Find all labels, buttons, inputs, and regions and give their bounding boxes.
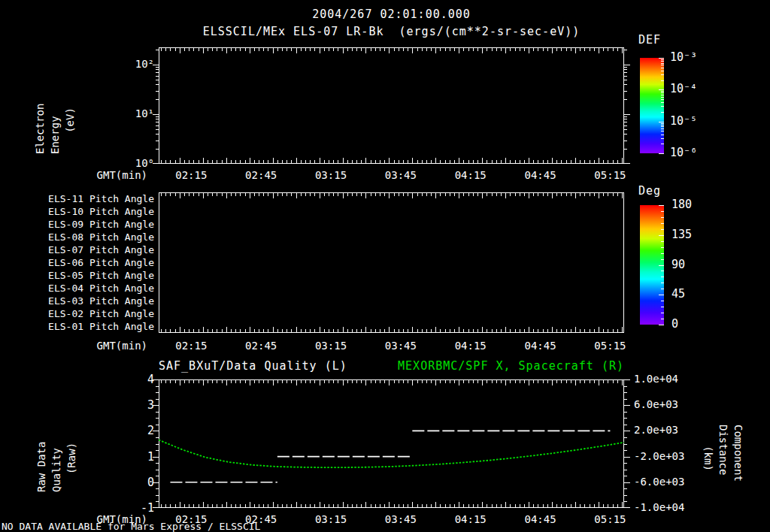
minute-tick	[463, 329, 464, 332]
minute-tick	[268, 380, 268, 383]
minute-tick	[277, 380, 278, 383]
distance-right-tick	[624, 399, 627, 400]
minute-tick	[212, 504, 213, 507]
minute-tick	[235, 193, 236, 196]
minute-tick	[268, 329, 268, 332]
minute-tick	[394, 504, 395, 507]
minute-tick	[622, 380, 623, 385]
minute-tick	[254, 193, 255, 196]
minute-tick	[231, 193, 232, 196]
minute-tick	[291, 160, 292, 163]
minute-tick	[338, 48, 338, 51]
minute-tick	[365, 502, 366, 507]
minute-tick	[389, 327, 390, 332]
minute-tick	[375, 504, 376, 507]
distance-right-tick	[624, 437, 627, 438]
minute-tick	[305, 329, 306, 332]
minute-tick	[217, 160, 217, 163]
minute-tick	[463, 48, 464, 51]
minute-tick	[240, 160, 241, 163]
pitch-row-label: ELS-01 Pitch Angle	[30, 321, 154, 332]
minute-tick	[286, 48, 287, 51]
minute-tick	[468, 329, 469, 332]
minute-tick	[384, 48, 385, 51]
log-tick	[624, 149, 627, 150]
minute-tick	[399, 48, 399, 51]
minute-tick	[450, 329, 450, 332]
minute-tick	[552, 193, 553, 198]
minute-tick	[333, 193, 334, 196]
deg-cbar-tick	[661, 241, 664, 242]
log-tick	[156, 67, 159, 68]
minute-tick	[459, 158, 459, 163]
minute-tick	[561, 380, 562, 383]
minute-tick	[594, 329, 595, 332]
pitch-angle-panel	[159, 192, 624, 333]
minute-tick	[552, 48, 553, 53]
minute-tick	[184, 160, 185, 163]
minute-tick	[217, 504, 217, 507]
quality-left-tick	[156, 425, 159, 425]
minute-tick	[161, 160, 162, 163]
minute-tick	[487, 329, 487, 332]
minute-tick	[235, 329, 236, 332]
minute-tick	[505, 48, 506, 53]
minute-tick	[417, 193, 418, 196]
minute-tick	[226, 193, 227, 198]
minute-tick	[343, 158, 344, 163]
quality-left-tick	[156, 437, 159, 438]
log-tick	[156, 91, 159, 92]
minute-tick	[384, 160, 385, 163]
minute-tick	[487, 48, 487, 51]
minute-tick	[515, 193, 516, 196]
minute-tick	[165, 193, 166, 196]
minute-tick	[352, 48, 353, 51]
minute-tick	[250, 380, 250, 385]
minute-tick	[608, 160, 608, 163]
minute-tick	[277, 193, 278, 196]
minute-tick	[259, 329, 259, 332]
minute-tick	[584, 504, 585, 507]
minute-tick	[161, 329, 162, 332]
minute-tick	[584, 329, 585, 332]
minute-tick	[599, 327, 599, 332]
def-cbar-tick	[661, 123, 664, 124]
minute-tick	[399, 160, 399, 163]
log-tick	[624, 134, 627, 135]
minute-tick	[203, 48, 204, 53]
minute-tick	[603, 380, 604, 383]
minute-tick	[613, 48, 614, 51]
minute-tick	[343, 502, 344, 507]
minute-tick	[435, 48, 436, 53]
def-cbar-tick	[661, 68, 664, 68]
minute-tick	[603, 160, 604, 163]
minute-tick	[422, 329, 423, 332]
minute-tick	[440, 329, 441, 332]
minute-tick	[226, 502, 227, 507]
minute-tick	[533, 48, 534, 51]
minute-tick	[324, 504, 325, 507]
minute-tick	[193, 193, 194, 196]
minute-tick	[435, 158, 436, 163]
energy-spectrogram-panel	[159, 47, 624, 164]
minute-tick	[189, 193, 189, 196]
minute-tick	[314, 329, 315, 332]
minute-tick	[608, 380, 608, 383]
minute-tick	[580, 329, 581, 332]
deg-cbar-tick	[659, 235, 664, 236]
minute-tick	[170, 380, 171, 383]
minute-tick	[505, 158, 506, 163]
minute-tick	[347, 48, 348, 51]
minute-tick	[538, 193, 538, 196]
minute-tick	[510, 193, 511, 196]
distance-right-tick	[624, 450, 627, 451]
minute-tick	[473, 329, 474, 332]
minute-tick	[417, 380, 418, 383]
minute-tick	[212, 48, 213, 51]
pitch-row-label: ELS-03 Pitch Angle	[30, 295, 154, 307]
minute-tick	[533, 329, 534, 332]
minute-tick	[584, 160, 585, 163]
minute-tick	[217, 193, 217, 196]
minute-tick	[352, 160, 353, 163]
distance-right-tick	[624, 457, 630, 458]
